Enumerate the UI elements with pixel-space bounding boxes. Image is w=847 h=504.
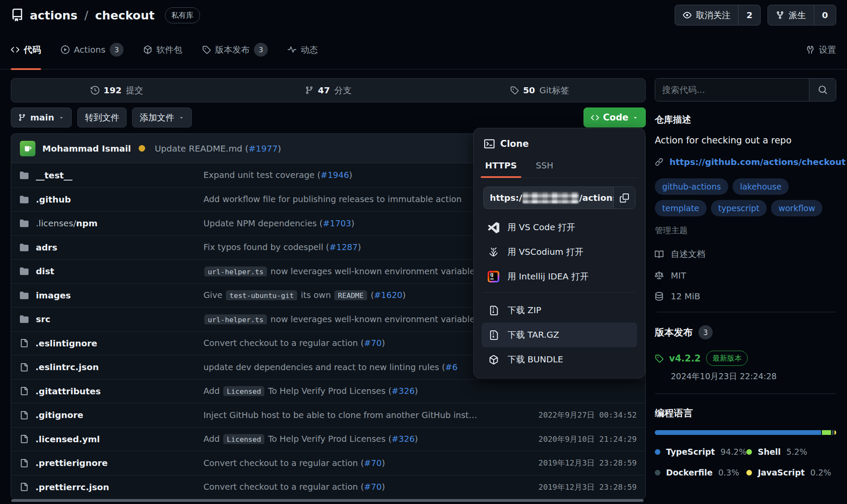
- file-name[interactable]: .github: [36, 194, 71, 205]
- tab-releases[interactable]: 版本发布 3: [202, 30, 268, 70]
- open-vscodium-item[interactable]: 用 VSCodium 打开: [482, 240, 637, 264]
- pr-link[interactable]: #1287: [329, 242, 358, 252]
- topic-pill[interactable]: lakehouse: [733, 178, 789, 195]
- copy-url-button[interactable]: [613, 187, 635, 209]
- message-text: Give: [203, 290, 225, 300]
- website-link[interactable]: https://github.com/actions/checkout: [669, 157, 846, 167]
- unwatch-button[interactable]: 取消关注 2: [675, 5, 761, 25]
- language-bar[interactable]: [655, 430, 836, 435]
- pr-link[interactable]: #326: [392, 434, 415, 444]
- language-legend-item[interactable]: JavaScript0.2%: [746, 468, 836, 477]
- file-name[interactable]: .prettierrc.json: [35, 482, 109, 492]
- horizontal-scrollbar-thumb[interactable]: [11, 499, 644, 502]
- file-name[interactable]: dist: [36, 266, 54, 276]
- language-legend-item[interactable]: Shell5.2%: [746, 447, 836, 456]
- tags-stat[interactable]: 50 Git标签: [434, 79, 645, 102]
- license-link[interactable]: MIT: [655, 270, 836, 281]
- clone-url-field[interactable]: https:/ /actions/che: [484, 187, 613, 209]
- branches-stat[interactable]: 47 分支: [222, 79, 434, 102]
- file-icon: [20, 459, 28, 467]
- tab-https[interactable]: HTTPS: [484, 154, 518, 178]
- manage-topics-link[interactable]: 管理主题: [655, 225, 836, 236]
- file-name[interactable]: adrs: [36, 242, 57, 253]
- pr-link[interactable]: #1946: [320, 170, 349, 180]
- tab-packages[interactable]: 软件包: [143, 30, 182, 70]
- commits-count: 192: [104, 85, 122, 95]
- file-row[interactable]: .prettierignoreConvert checkout to a reg…: [11, 451, 645, 475]
- file-row[interactable]: .prettierrc.jsonConvert checkout to a re…: [11, 475, 645, 499]
- fork-button[interactable]: 派生 0: [768, 5, 836, 25]
- open-idea-item[interactable]: 用 Intellij IDEA 打开: [482, 264, 637, 289]
- goto-file-button[interactable]: 转到文件: [77, 108, 127, 127]
- commit-author[interactable]: Mohammad Ismail: [42, 143, 131, 154]
- forks-count[interactable]: 0: [814, 5, 836, 25]
- language-dot: [746, 449, 752, 455]
- commit-message: Add Licensed To Help Verify Prod License…: [203, 434, 530, 444]
- repo-owner-link[interactable]: actions: [30, 9, 77, 22]
- code-badge: Licensed: [223, 386, 264, 396]
- pr-link[interactable]: #1620: [374, 290, 403, 300]
- pr-link[interactable]: #70: [364, 338, 382, 348]
- commit-status-dot[interactable]: [139, 145, 145, 152]
- pr-link[interactable]: #70: [364, 482, 382, 492]
- fork-icon: [776, 11, 784, 19]
- pr-link[interactable]: #326: [392, 386, 415, 396]
- topic-pill[interactable]: typescript: [711, 200, 767, 216]
- message-text: ): [358, 242, 361, 252]
- folder-icon: [20, 243, 29, 252]
- open-vscodium-label: 用 VSCodium 打开: [508, 246, 584, 258]
- file-name[interactable]: .licensed.yml: [35, 434, 100, 444]
- pr-link[interactable]: #1703: [323, 219, 351, 228]
- search-input[interactable]: [655, 79, 809, 101]
- download-zip-item[interactable]: 下载 ZIP: [482, 298, 637, 323]
- clone-header: Clone: [481, 135, 638, 154]
- language-legend-item[interactable]: TypeScript94.2%: [655, 447, 746, 456]
- topic-pill[interactable]: workflow: [771, 200, 822, 216]
- zip-file-icon: [488, 306, 499, 315]
- download-bundle-item[interactable]: 下载 BUNDLE: [482, 347, 637, 372]
- tab-ssh[interactable]: SSH: [535, 154, 554, 178]
- pr-link[interactable]: #70: [364, 458, 382, 468]
- pr-link[interactable]: #1977: [248, 143, 278, 154]
- watchers-count[interactable]: 2: [738, 5, 760, 25]
- tab-activity-label: 动态: [301, 44, 318, 56]
- branch-selector[interactable]: main: [11, 108, 72, 127]
- file-name[interactable]: .gitignore: [35, 410, 83, 420]
- divider: [655, 312, 836, 312]
- tab-code[interactable]: 代码: [11, 30, 41, 70]
- code-button[interactable]: Code: [584, 108, 646, 127]
- pr-link[interactable]: #6: [445, 362, 458, 372]
- download-targz-item[interactable]: 下载 TAR.GZ: [482, 323, 637, 347]
- author-avatar[interactable]: [20, 141, 35, 156]
- releases-heading[interactable]: 版本发布 3: [655, 325, 836, 339]
- file-name[interactable]: images: [36, 290, 71, 301]
- open-vscode-item[interactable]: 用 VS Code 打开: [482, 215, 637, 240]
- tab-activity[interactable]: 动态: [288, 30, 318, 70]
- topic-pill[interactable]: github-actions: [655, 178, 728, 195]
- search-button[interactable]: [809, 79, 836, 101]
- open-with-list: 用 VS Code 打开 用 VSCodium 打开 用 Intellij ID…: [481, 213, 638, 289]
- repo-name-link[interactable]: checkout: [95, 9, 154, 22]
- add-file-button[interactable]: 添加文件: [132, 108, 192, 127]
- code-badge: README: [334, 290, 367, 300]
- file-name[interactable]: .eslintrc.json: [35, 362, 99, 372]
- message-text: Add: [203, 386, 222, 396]
- file-name[interactable]: .eslintignore: [35, 338, 97, 349]
- file-row[interactable]: .licensed.ymlAdd Licensed To Help Verify…: [11, 427, 645, 451]
- readme-link[interactable]: 自述文档: [655, 248, 836, 260]
- file-name[interactable]: .licenses/npm: [36, 218, 98, 228]
- commit-message[interactable]: Update README.md (#1977): [155, 143, 281, 154]
- release-version-link[interactable]: v4.2.2: [669, 353, 701, 364]
- tab-settings[interactable]: 设置: [806, 30, 836, 70]
- commits-stat[interactable]: 192 提交: [11, 79, 222, 102]
- file-name[interactable]: src: [36, 314, 51, 324]
- topic-pill[interactable]: template: [655, 200, 707, 216]
- language-legend-item[interactable]: Dockerfile0.3%: [655, 468, 746, 477]
- file-name[interactable]: .prettierignore: [35, 458, 108, 468]
- tab-actions[interactable]: Actions 3: [61, 30, 124, 70]
- file-row[interactable]: .gitattributesAdd Licensed To Help Verif…: [11, 379, 645, 403]
- file-row[interactable]: .gitignoreInject GitHub host to be able …: [11, 403, 645, 427]
- license-label: MIT: [671, 270, 686, 281]
- file-name[interactable]: .gitattributes: [35, 386, 101, 396]
- file-name[interactable]: __test__: [36, 170, 73, 181]
